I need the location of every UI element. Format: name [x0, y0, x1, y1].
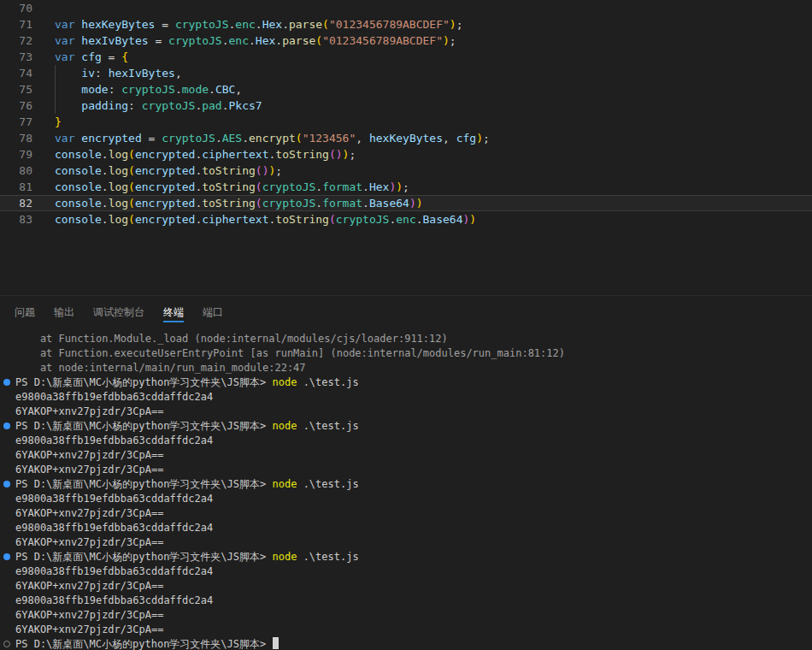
code-text: console.log(encrypted.toString(cryptoJS.…: [55, 179, 812, 195]
terminal-text: 6YAKOP+xnv27pjzdr/3CpA==: [15, 507, 163, 519]
terminal-text: PS D:\新桌面\MC小杨的python学习文件夹\JS脚本>: [15, 551, 273, 563]
code-token: ciphertext: [202, 148, 268, 161]
panel-tab-label: 调试控制台: [93, 305, 144, 320]
code-token: ,: [235, 83, 242, 96]
code-token: .: [315, 197, 322, 210]
terminal-text: .\test.js: [297, 376, 358, 388]
panel-tab-terminal[interactable]: 终端: [163, 296, 184, 328]
panel-tab-0[interactable]: 问题: [15, 296, 35, 328]
terminal-text: PS D:\新桌面\MC小杨的python学习文件夹\JS脚本>: [15, 638, 273, 650]
terminal-text: PS D:\新桌面\MC小杨的python学习文件夹\JS脚本>: [15, 478, 273, 490]
terminal-text: 6YAKOP+xnv27pjzdr/3CpA==: [15, 405, 163, 417]
code-token: toString: [202, 197, 256, 210]
code-line-73[interactable]: 73var cfg = {: [0, 49, 812, 65]
code-token: toString: [202, 180, 256, 193]
code-editor[interactable]: 7071var hexKeyBytes = cryptoJS.enc.Hex.p…: [0, 0, 812, 295]
command-ran-decoration-icon[interactable]: [3, 422, 10, 429]
code-token: .: [275, 34, 282, 47]
code-text: iv: hexIvBytes,: [55, 65, 812, 81]
code-token: mode: [182, 83, 209, 96]
line-number: 76: [0, 98, 32, 114]
code-token: parse: [282, 34, 315, 47]
command-ran-decoration-icon[interactable]: [3, 481, 10, 488]
code-token: (: [256, 197, 262, 210]
terminal-text: e9800a38ffb19efdbba63cddaffdc2a4: [15, 493, 213, 505]
command-ran-decoration-icon[interactable]: [3, 379, 10, 386]
code-token: =: [149, 34, 168, 47]
code-token: iv: [81, 67, 95, 80]
code-line-75[interactable]: 75 mode: cryptoJS.mode.CBC,: [0, 81, 812, 98]
code-text: console.log(encrypted.toString(cryptoJS.…: [55, 196, 812, 210]
line-number: 71: [0, 16, 32, 32]
line-number: 70: [0, 0, 32, 16]
code-text: console.log(encrypted.ciphertext.toStrin…: [55, 146, 812, 162]
code-token: Hex: [369, 180, 389, 193]
code-line-81[interactable]: 81console.log(encrypted.toString(cryptoJ…: [0, 179, 812, 195]
terminal-text: e9800a38ffb19efdbba63cddaffdc2a4: [15, 565, 213, 577]
code-token: (: [128, 197, 135, 210]
code-token: encrypted: [135, 197, 195, 210]
terminal-text: at Function.Module._load (node:internal/…: [15, 333, 448, 345]
panel-tab-2[interactable]: 调试控制台: [93, 296, 144, 328]
code-line-79[interactable]: 79console.log(encrypted.ciphertext.toStr…: [0, 146, 812, 162]
line-number: 73: [0, 49, 32, 65]
code-line-83[interactable]: 83console.log(encrypted.ciphertext.toStr…: [0, 211, 812, 228]
code-token: .: [102, 197, 109, 210]
line-number: 72: [0, 32, 32, 49]
terminal-text: 6YAKOP+xnv27pjzdr/3CpA==: [15, 623, 163, 635]
code-text: mode: cryptoJS.mode.CBC,: [55, 81, 812, 98]
terminal-text: at node:internal/main/run_main_module:22…: [15, 362, 306, 374]
code-token: encrypted: [81, 132, 141, 145]
code-token: .: [102, 213, 109, 226]
terminal-line: 6YAKOP+xnv27pjzdr/3CpA==: [0, 448, 812, 463]
code-token: cryptoJS: [336, 213, 390, 226]
panel-tab-4[interactable]: 端口: [203, 296, 223, 328]
code-token: cryptoJS: [262, 197, 316, 210]
code-token: (: [296, 132, 303, 145]
code-token: .: [222, 34, 229, 47]
command-active-decoration-icon[interactable]: [3, 641, 10, 647]
code-token: cryptoJS: [175, 18, 229, 31]
line-number: 81: [0, 179, 32, 195]
terminal-line: e9800a38ffb19efdbba63cddaffdc2a4: [0, 390, 812, 405]
terminal-line: 6YAKOP+xnv27pjzdr/3CpA==: [0, 463, 812, 477]
code-text: [55, 0, 812, 16]
code-token: var: [55, 132, 74, 145]
code-line-82[interactable]: 82console.log(encrypted.toString(cryptoJ…: [0, 195, 812, 211]
code-token: .: [256, 18, 262, 31]
terminal-text: e9800a38ffb19efdbba63cddaffdc2a4: [15, 522, 213, 534]
terminal-output[interactable]: at Function.Module._load (node:internal/…: [0, 328, 812, 650]
indent-guide: [55, 81, 56, 98]
code-token: (: [128, 213, 135, 226]
code-token: mode: [81, 83, 108, 96]
terminal-line: e9800a38ffb19efdbba63cddaffdc2a4: [0, 521, 812, 535]
code-token: .: [242, 132, 249, 145]
code-token: (: [256, 164, 262, 177]
indent-guide: [55, 98, 56, 114]
panel-tab-1[interactable]: 输出: [54, 296, 74, 328]
code-line-71[interactable]: 71var hexKeyBytes = cryptoJS.enc.Hex.par…: [0, 16, 812, 32]
code-token: :: [109, 83, 122, 96]
terminal-command-text: node: [273, 478, 297, 490]
code-token: ;: [275, 164, 282, 177]
code-line-76[interactable]: 76 padding: cryptoJS.pad.Pkcs7: [0, 98, 812, 114]
terminal-text: PS D:\新桌面\MC小杨的python学习文件夹\JS脚本>: [15, 420, 273, 432]
code-line-77[interactable]: 77}: [0, 114, 812, 130]
terminal-text: .\test.js: [297, 551, 358, 563]
code-token: ): [336, 148, 343, 161]
code-token: log: [109, 164, 128, 177]
terminal-line: 6YAKOP+xnv27pjzdr/3CpA==: [0, 535, 812, 550]
terminal-text: .\test.js: [297, 478, 358, 490]
code-line-72[interactable]: 72var hexIvBytes = cryptoJS.enc.Hex.pars…: [0, 32, 812, 49]
code-line-78[interactable]: 78var encrypted = cryptoJS.AES.encrypt("…: [0, 130, 812, 146]
code-token: var: [55, 18, 74, 31]
code-token: ): [409, 197, 416, 210]
code-line-74[interactable]: 74 iv: hexIvBytes,: [0, 65, 812, 81]
code-line-70[interactable]: 70: [0, 0, 812, 16]
terminal-text: 6YAKOP+xnv27pjzdr/3CpA==: [15, 536, 163, 548]
line-number: 80: [0, 162, 32, 179]
command-ran-decoration-icon[interactable]: [3, 553, 10, 560]
code-token: enc: [229, 34, 249, 47]
code-line-80[interactable]: 80console.log(encrypted.toString());: [0, 162, 812, 179]
code-token: hexIvBytes: [81, 34, 148, 47]
